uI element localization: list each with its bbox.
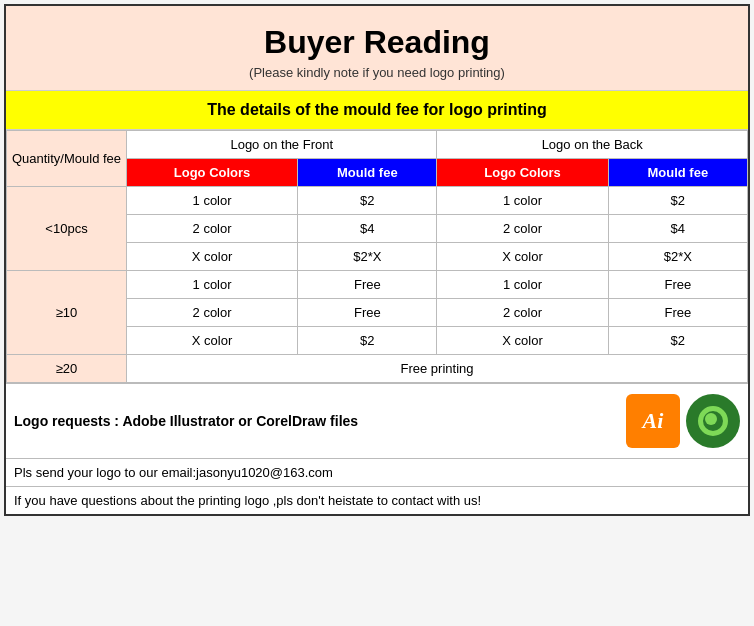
info-row-1: Pls send your logo to our email:jasonyu1… bbox=[6, 459, 748, 487]
banner-text: The details of the mould fee for logo pr… bbox=[207, 101, 547, 118]
front-logo-colors-header: Logo Colors bbox=[127, 159, 298, 187]
yellow-banner: The details of the mould fee for logo pr… bbox=[6, 90, 748, 130]
logo-request-text: Logo requests : Adobe Illustrator or Cor… bbox=[14, 413, 626, 429]
pricing-table-wrap: Quantity/Mould fee Logo on the Front Log… bbox=[6, 130, 748, 383]
ai-icon: Ai bbox=[626, 394, 680, 448]
table-row-gte20: ≥20 Free printing bbox=[7, 355, 748, 383]
back-logo-colors-header: Logo Colors bbox=[437, 159, 608, 187]
table-row: <10pcs 1 color $2 1 color $2 bbox=[7, 187, 748, 215]
logo-request-row: Logo requests : Adobe Illustrator or Cor… bbox=[6, 383, 748, 459]
free-printing-cell: Free printing bbox=[127, 355, 748, 383]
software-icons: Ai bbox=[626, 394, 740, 448]
info-text-1: Pls send your logo to our email:jasonyu1… bbox=[14, 465, 333, 480]
page-title: Buyer Reading bbox=[16, 24, 738, 61]
front-group-header: Logo on the Front bbox=[127, 131, 437, 159]
pricing-table: Quantity/Mould fee Logo on the Front Log… bbox=[6, 130, 748, 383]
qty-gte10: ≥10 bbox=[7, 271, 127, 355]
back-group-header: Logo on the Back bbox=[437, 131, 748, 159]
qty-gte20: ≥20 bbox=[7, 355, 127, 383]
info-row-2: If you have questions about the printing… bbox=[6, 487, 748, 514]
qty-mould-header: Quantity/Mould fee bbox=[7, 131, 127, 187]
ai-label: Ai bbox=[643, 408, 664, 434]
coreldraw-inner bbox=[698, 406, 728, 436]
header-section: Buyer Reading (Please kindly note if you… bbox=[6, 6, 748, 90]
coreldraw-icon bbox=[686, 394, 740, 448]
back-mould-fee-header: Mould fee bbox=[608, 159, 747, 187]
info-text-2: If you have questions about the printing… bbox=[14, 493, 481, 508]
header-subtitle: (Please kindly note if you need logo pri… bbox=[16, 65, 738, 80]
qty-lt10: <10pcs bbox=[7, 187, 127, 271]
front-mould-fee-header: Mould fee bbox=[298, 159, 437, 187]
table-row: ≥10 1 color Free 1 color Free bbox=[7, 271, 748, 299]
